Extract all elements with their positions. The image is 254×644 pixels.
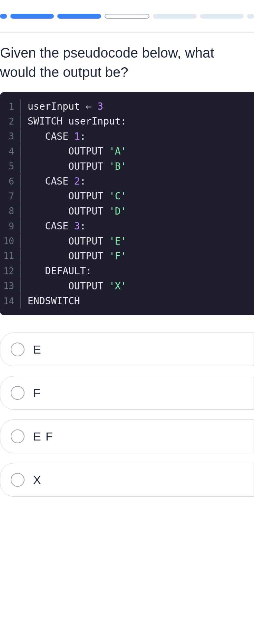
progress-bar	[0, 0, 254, 32]
line-number: 3	[0, 129, 21, 143]
code-line: 13 OUTPUT 'X'	[0, 279, 254, 294]
option-label: F	[33, 386, 41, 400]
progress-seg	[57, 14, 101, 19]
progress-seg	[153, 14, 196, 19]
code-line: 7 OUTPUT 'C'	[0, 189, 254, 204]
line-number: 7	[0, 189, 21, 203]
option-label: X	[33, 473, 42, 487]
code-text: OUTPUT 'C'	[28, 189, 127, 204]
line-number: 4	[0, 145, 21, 158]
option-label: E F	[33, 430, 53, 443]
code-line: 4 OUTPUT 'A'	[0, 144, 254, 159]
divider	[0, 32, 254, 33]
progress-seg-current	[105, 14, 149, 19]
line-number: 11	[0, 249, 21, 263]
code-text: userInput ← 3	[28, 99, 103, 114]
progress-seg	[0, 14, 7, 19]
answer-option-2[interactable]: E F	[0, 419, 254, 453]
progress-seg	[10, 14, 54, 19]
line-number: 14	[0, 294, 21, 308]
radio-button[interactable]	[11, 386, 25, 400]
line-number: 2	[0, 115, 21, 128]
line-number: 13	[0, 279, 21, 293]
code-line: 6 CASE 2:	[0, 174, 254, 189]
line-number: 5	[0, 159, 21, 173]
code-line: 5 OUTPUT 'B'	[0, 159, 254, 174]
code-text: OUTPUT 'X'	[28, 279, 127, 294]
line-number: 10	[0, 234, 21, 248]
code-text: OUTPUT 'E'	[28, 234, 127, 249]
code-text: OUTPUT 'F'	[28, 249, 127, 264]
answer-option-0[interactable]: E	[0, 333, 254, 366]
option-label: E	[33, 343, 42, 356]
line-number: 12	[0, 264, 21, 278]
line-number: 9	[0, 219, 21, 233]
code-text: CASE 2:	[28, 174, 86, 189]
code-text: CASE 1:	[28, 129, 86, 144]
progress-seg	[247, 14, 254, 19]
code-line: 8 OUTPUT 'D'	[0, 204, 254, 219]
question-text: Given the pseudocode below, what would t…	[0, 43, 254, 92]
code-text: OUTPUT 'A'	[28, 144, 127, 159]
code-line: 1userInput ← 3	[0, 99, 254, 114]
code-line: 3 CASE 1:	[0, 129, 254, 144]
code-text: OUTPUT 'D'	[28, 204, 127, 219]
code-text: CASE 3:	[28, 219, 86, 234]
code-text: ENDSWITCH	[28, 294, 80, 308]
code-line: 14ENDSWITCH	[0, 294, 254, 308]
code-text: SWITCH userInput:	[28, 114, 127, 129]
code-line: 12 DEFAULT:	[0, 264, 254, 278]
progress-seg	[200, 14, 244, 19]
code-line: 11 OUTPUT 'F'	[0, 249, 254, 264]
radio-button[interactable]	[11, 473, 25, 487]
line-number: 6	[0, 175, 21, 188]
code-text: OUTPUT 'B'	[28, 159, 127, 174]
answer-option-1[interactable]: F	[0, 376, 254, 410]
radio-button[interactable]	[11, 429, 25, 443]
code-line: 10 OUTPUT 'E'	[0, 234, 254, 249]
line-number: 1	[0, 100, 21, 113]
radio-button[interactable]	[11, 343, 25, 356]
code-text: DEFAULT:	[28, 264, 91, 278]
code-line: 9 CASE 3:	[0, 219, 254, 234]
code-line: 2SWITCH userInput:	[0, 114, 254, 129]
code-block: 1userInput ← 32SWITCH userInput:3 CASE 1…	[0, 92, 254, 315]
line-number: 8	[0, 204, 21, 218]
answer-option-3[interactable]: X	[0, 463, 254, 497]
